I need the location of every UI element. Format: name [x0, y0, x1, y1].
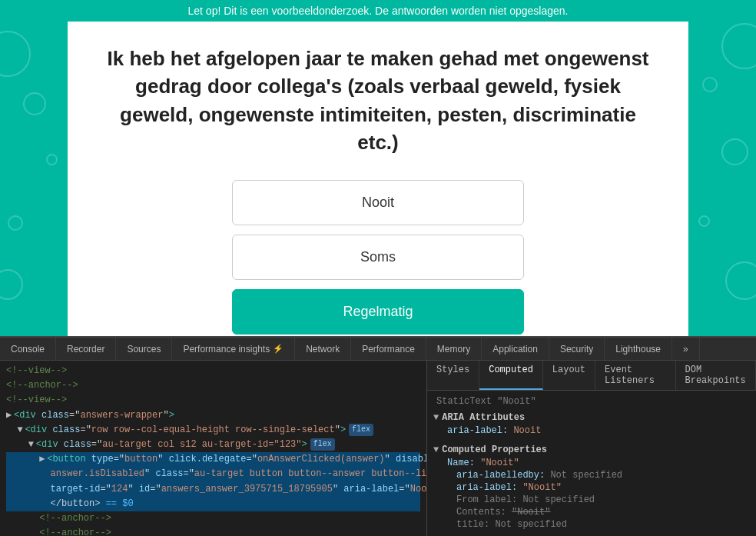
- tab-styles[interactable]: Styles: [427, 361, 479, 390]
- html-line-9: target-id="124" id="answers_answer_39757…: [0, 482, 426, 497]
- aria-section-title: ARIA Attributes: [442, 412, 525, 423]
- styles-tabs: Styles Computed Layout Event Listeners D…: [427, 361, 756, 391]
- survey-card: Ik heb het afgelopen jaar te maken gehad…: [68, 22, 688, 336]
- circle-deco-6: [721, 23, 756, 69]
- survey-question: Ik heb het afgelopen jaar te maken gehad…: [98, 45, 658, 157]
- tab-event-listeners[interactable]: Event Listeners: [595, 361, 675, 390]
- static-text-row: StaticText "Nooit": [433, 395, 750, 408]
- html-line-1: <!--view-->: [0, 364, 426, 378]
- tab-network[interactable]: Network: [295, 338, 351, 360]
- devtools-panel: Console Recorder Sources Performance ins…: [0, 336, 756, 536]
- circle-deco-10: [725, 261, 756, 300]
- contents-row: Contents: "Nooit": [433, 506, 750, 518]
- top-area: Let op! Dit is een voorbeeldonderzoek. D…: [0, 0, 756, 336]
- tab-lighthouse[interactable]: Lighthouse: [605, 338, 672, 360]
- circle-deco-8: [721, 138, 748, 165]
- html-line-3: <!--view-->: [0, 393, 426, 408]
- circle-deco-3: [46, 154, 58, 165]
- computed-section-header[interactable]: ▼ Computed Properties: [433, 443, 750, 457]
- computed-section: ▼ Computed Properties Name: "Nooit" aria…: [433, 443, 750, 531]
- html-panel: <!--view--> <!--anchor--> <!--view--> ▶<…: [0, 361, 427, 536]
- tab-memory[interactable]: Memory: [426, 338, 482, 360]
- answer-nooit[interactable]: Nooit: [232, 180, 524, 225]
- tab-computed[interactable]: Computed: [479, 361, 543, 390]
- circle-deco-9: [698, 215, 710, 227]
- aria-label-sub-row: aria-label: "Nooit": [433, 481, 750, 494]
- html-line-7: ▶<button type="button" click.delegate="o…: [0, 452, 426, 467]
- circle-deco-4: [8, 215, 23, 231]
- from-label-row: From label: Not specified: [433, 494, 750, 506]
- computed-section-title: Computed Properties: [442, 444, 547, 455]
- tab-dom-breakpoints[interactable]: DOM Breakpoints: [676, 361, 756, 390]
- tab-more[interactable]: »: [672, 338, 700, 360]
- tab-application[interactable]: Application: [482, 338, 549, 360]
- name-row: Name: "Nooit": [433, 457, 750, 469]
- html-line-5: ▼<div class="row row--col-equal-height r…: [0, 423, 426, 438]
- circle-deco-2: [23, 92, 46, 115]
- aria-label-row: aria-label: Nooit: [433, 424, 750, 437]
- styles-content: StaticText "Nooit" ▼ ARIA Attributes ari…: [427, 391, 756, 536]
- devtools-tabbar: Console Recorder Sources Performance ins…: [0, 338, 756, 361]
- tab-perf-insights[interactable]: Performance insights ⚡: [172, 338, 295, 360]
- html-line-6: ▼<div class="au-target col s12 au-target…: [0, 438, 426, 452]
- banner-text: Let op! Dit is een voorbeeldonderzoek. D…: [188, 5, 569, 17]
- html-line-4: ▶<div class="answers-wrapper">: [0, 408, 426, 423]
- tab-layout[interactable]: Layout: [543, 361, 595, 390]
- html-line-8: answer.isDisabled" class="au-target butt…: [0, 467, 426, 481]
- html-line-12: <!--anchor-->: [0, 526, 426, 536]
- circle-deco-5: [0, 269, 23, 300]
- aria-triangle-icon: ▼: [433, 412, 439, 423]
- circle-deco-7: [702, 77, 718, 92]
- tab-recorder[interactable]: Recorder: [56, 338, 116, 360]
- answer-regelmatig[interactable]: Regelmatig: [232, 289, 524, 335]
- html-line-10: </button> == $0: [0, 497, 426, 511]
- devtools-content: <!--view--> <!--anchor--> <!--view--> ▶<…: [0, 361, 756, 536]
- warning-banner: Let op! Dit is een voorbeeldonderzoek. D…: [0, 0, 756, 22]
- aria-labelledby-row: aria-labelledby: Not specified: [433, 469, 750, 481]
- tab-console[interactable]: Console: [0, 338, 56, 360]
- aria-section-header[interactable]: ▼ ARIA Attributes: [433, 411, 750, 424]
- tab-security[interactable]: Security: [549, 338, 605, 360]
- title-row: title: Not specified: [433, 518, 750, 531]
- html-line-2: <!--anchor-->: [0, 378, 426, 393]
- tab-sources[interactable]: Sources: [116, 338, 172, 360]
- circle-deco-1: [0, 31, 31, 77]
- computed-triangle-icon: ▼: [433, 444, 439, 455]
- html-line-11: <!--anchor-->: [0, 511, 426, 526]
- aria-section: ▼ ARIA Attributes aria-label: Nooit: [433, 411, 750, 437]
- tab-performance[interactable]: Performance: [351, 338, 426, 360]
- styles-panel: Styles Computed Layout Event Listeners D…: [427, 361, 756, 536]
- perf-icon: ⚡: [273, 344, 284, 354]
- answer-soms[interactable]: Soms: [232, 235, 524, 280]
